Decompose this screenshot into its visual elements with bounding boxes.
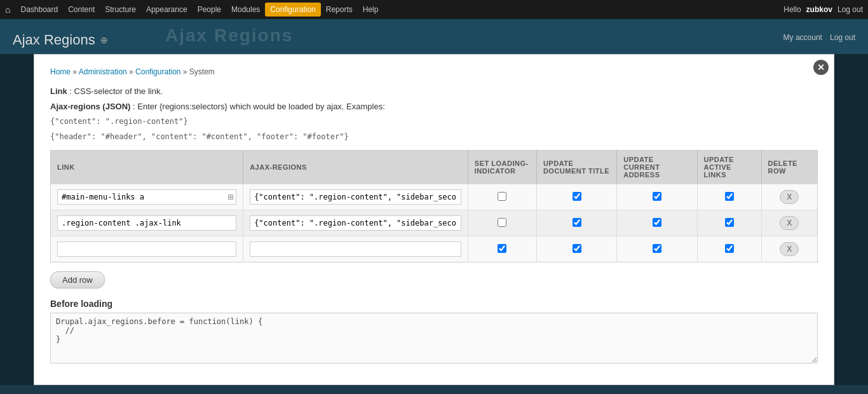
link-description: : CSS-selector of the link. — [69, 86, 163, 96]
ajax-description: : Enter {regions:selectors} which would … — [133, 102, 385, 111]
row1-links-checkbox[interactable] — [725, 192, 734, 201]
row2-delete-cell: X — [761, 210, 817, 236]
th-update-title: UPDATE DOCUMENT TITLE — [536, 151, 616, 184]
th-delete: DELETE ROW — [761, 151, 817, 184]
row1-delete-cell: X — [761, 184, 817, 210]
description-block: Link : CSS-selector of the link. Ajax-re… — [50, 85, 818, 142]
logout-link[interactable]: Log out — [837, 5, 863, 14]
row3-addr-cell — [617, 236, 697, 262]
row1-link-cell: ⊞ — [51, 184, 243, 210]
row1-link-icon: ⊞ — [227, 193, 234, 201]
th-loading: SET LOADING-INDICATOR — [468, 151, 536, 184]
nav-configuration[interactable]: Configuration — [265, 3, 320, 17]
nav-people[interactable]: People — [193, 3, 226, 17]
nav-appearance[interactable]: Appearance — [141, 3, 193, 17]
breadcrumb-system: System — [189, 67, 215, 76]
row3-ajax-input[interactable] — [250, 241, 461, 257]
username: zubkov — [806, 5, 832, 14]
th-ajax: AJAX-REGIONS — [243, 151, 468, 184]
modal-close-button[interactable]: ✕ — [813, 60, 829, 75]
breadcrumb: Home » Administration » Configuration » … — [50, 67, 818, 76]
top-navigation: ⌂ Dashboard Content Structure Appearance… — [0, 0, 868, 19]
row3-addr-checkbox[interactable] — [653, 244, 661, 253]
modal-container: ✕ Home » Administration » Configuration … — [34, 54, 834, 385]
row2-link-cell — [51, 210, 243, 236]
ghost-title: Ajax Regions — [165, 25, 293, 46]
row3-ajax-cell — [243, 236, 468, 262]
add-region-icon[interactable]: ⊕ — [100, 35, 108, 45]
row3-links-checkbox[interactable] — [725, 244, 734, 253]
table-row: X — [51, 210, 818, 236]
row2-title-cell — [536, 210, 616, 236]
row1-ajax-cell — [243, 184, 468, 210]
row3-title-checkbox[interactable] — [573, 244, 581, 253]
example1-code: {"content": ".region-content"} — [50, 117, 188, 126]
row1-title-checkbox[interactable] — [573, 192, 581, 201]
th-link: LINK — [51, 151, 243, 184]
table-row: X — [51, 236, 818, 262]
table-row: ⊞ — [51, 184, 818, 210]
row2-link-input[interactable] — [57, 215, 236, 231]
th-update-links: UPDATE ACTIVE LINKS — [697, 151, 761, 184]
row3-links-cell — [697, 236, 761, 262]
example2-code: {"header": "#header", "content": "#conte… — [50, 132, 349, 141]
nav-right-area: Hello zubkov Log out — [783, 5, 863, 14]
nav-reports[interactable]: Reports — [321, 3, 358, 17]
nav-modules[interactable]: Modules — [226, 3, 265, 17]
row1-addr-checkbox[interactable] — [653, 192, 661, 201]
header-logout-link[interactable]: Log out — [830, 33, 855, 42]
row3-delete-button[interactable]: X — [780, 242, 799, 256]
row2-loading-cell — [468, 210, 536, 236]
nav-dashboard[interactable]: Dashboard — [15, 3, 63, 17]
breadcrumb-admin[interactable]: Administration — [79, 67, 127, 76]
account-area: My account Log out — [783, 33, 855, 47]
row2-links-checkbox[interactable] — [725, 218, 734, 227]
row1-loading-cell — [468, 184, 536, 210]
row2-addr-checkbox[interactable] — [653, 218, 661, 227]
row2-title-checkbox[interactable] — [573, 218, 581, 227]
row1-ajax-input[interactable] — [250, 189, 461, 205]
page-title: Ajax Regions — [13, 32, 95, 48]
th-update-address: UPDATE CURRENT ADDRESS — [617, 151, 697, 184]
row3-loading-checkbox[interactable] — [498, 244, 506, 253]
row2-delete-button[interactable]: X — [780, 216, 799, 230]
row2-links-cell — [697, 210, 761, 236]
row2-ajax-input[interactable] — [250, 215, 461, 231]
row3-link-cell — [51, 236, 243, 262]
row1-links-cell — [697, 184, 761, 210]
breadcrumb-home[interactable]: Home — [50, 67, 71, 76]
breadcrumb-config[interactable]: Configuration — [135, 67, 180, 76]
config-table: LINK AJAX-REGIONS SET LOADING-INDICATOR … — [50, 150, 818, 262]
ajax-label: Ajax-regions (JSON) — [50, 102, 130, 111]
row1-delete-button[interactable]: X — [780, 190, 799, 204]
nav-help[interactable]: Help — [358, 3, 384, 17]
row1-link-input[interactable] — [57, 189, 236, 205]
hello-prefix: Hello — [783, 5, 801, 14]
nav-structure[interactable]: Structure — [100, 3, 141, 17]
home-icon[interactable]: ⌂ — [5, 4, 10, 15]
nav-content[interactable]: Content — [63, 3, 100, 17]
row3-link-input[interactable] — [57, 241, 236, 257]
my-account-link[interactable]: My account — [783, 33, 822, 42]
row3-title-cell — [536, 236, 616, 262]
row2-addr-cell — [617, 210, 697, 236]
link-label: Link — [50, 86, 67, 96]
table-header-row: LINK AJAX-REGIONS SET LOADING-INDICATOR … — [51, 151, 818, 184]
row3-delete-cell: X — [761, 236, 817, 262]
row1-link-input-wrapper: ⊞ — [57, 189, 236, 205]
row2-loading-checkbox[interactable] — [498, 218, 506, 227]
row2-ajax-cell — [243, 210, 468, 236]
before-loading-title: Before loading — [50, 299, 818, 309]
row1-title-cell — [536, 184, 616, 210]
row3-loading-cell — [468, 236, 536, 262]
add-row-button[interactable]: Add row — [50, 271, 105, 289]
row1-addr-cell — [617, 184, 697, 210]
before-loading-textarea[interactable]: Drupal.ajax_regions.before = function(li… — [50, 313, 818, 363]
page-header-area: Ajax Regions ⊕ Ajax Regions My account L… — [0, 19, 868, 54]
row1-loading-checkbox[interactable] — [498, 192, 506, 201]
